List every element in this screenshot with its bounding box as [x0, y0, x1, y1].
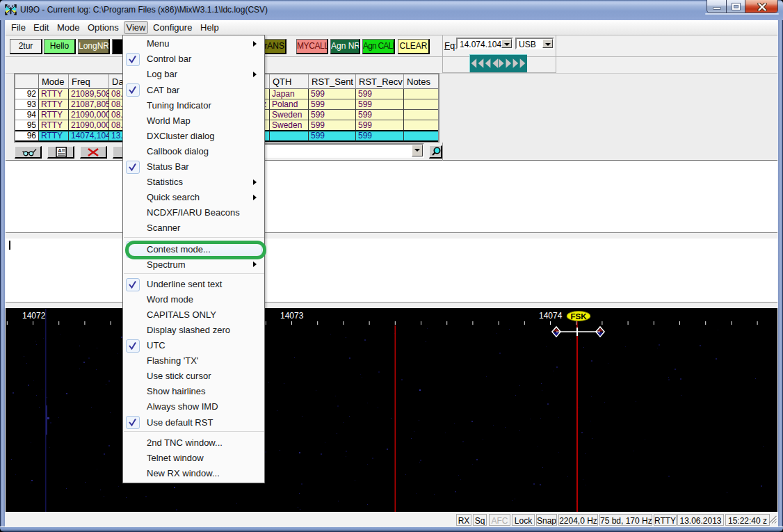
svg-text:A: A	[58, 147, 62, 154]
svg-text:FSK: FSK	[571, 312, 588, 321]
